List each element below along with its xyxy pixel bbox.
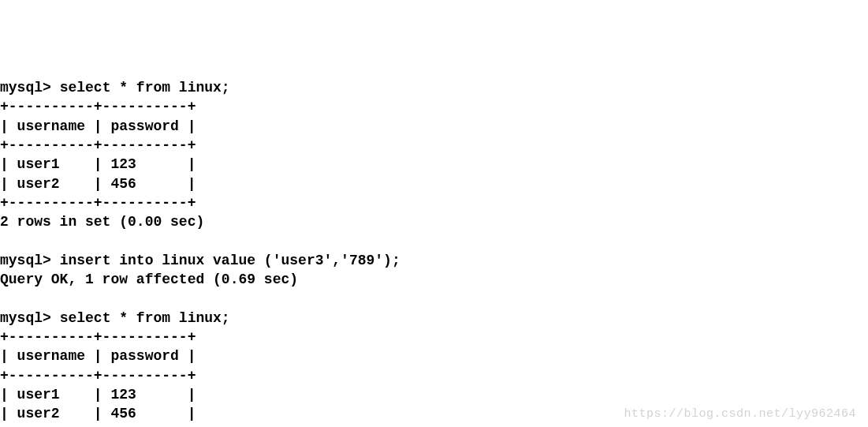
query-select-1: select * from linux; — [60, 80, 230, 96]
table1-header: | username | password | — [0, 118, 196, 134]
prompt-line-3: mysql> select * from linux; — [0, 310, 230, 326]
watermark-text: https://blog.csdn.net/lyy962464 — [624, 406, 856, 422]
prompt-line-2: mysql> insert into linux value ('user3',… — [0, 253, 400, 268]
table2-row: | user2 | 456 | — [0, 406, 196, 421]
table1-row: | user1 | 123 | — [0, 156, 196, 172]
prompt-line-1: mysql> select * from linux; — [0, 80, 230, 96]
table1-row: | user2 | 456 | — [0, 176, 196, 192]
table2-row: | user1 | 123 | — [0, 387, 196, 403]
table1-border-bottom: +----------+----------+ — [0, 195, 196, 211]
mysql-prompt: mysql> — [0, 253, 51, 268]
table2-border-top: +----------+----------+ — [0, 329, 196, 345]
mysql-prompt: mysql> — [0, 310, 51, 326]
query1-result: 2 rows in set (0.00 sec) — [0, 214, 204, 230]
table2-header: | username | password | — [0, 348, 196, 364]
table2-border-mid: +----------+----------+ — [0, 368, 196, 384]
terminal-output: mysql> select * from linux; +----------+… — [0, 78, 868, 427]
query-insert: insert into linux value ('user3','789'); — [60, 253, 400, 268]
query2-result: Query OK, 1 row affected (0.69 sec) — [0, 272, 298, 287]
table1-border-mid: +----------+----------+ — [0, 137, 196, 153]
table1-border-top: +----------+----------+ — [0, 99, 196, 114]
mysql-prompt: mysql> — [0, 80, 51, 96]
query-select-2: select * from linux; — [60, 310, 230, 326]
